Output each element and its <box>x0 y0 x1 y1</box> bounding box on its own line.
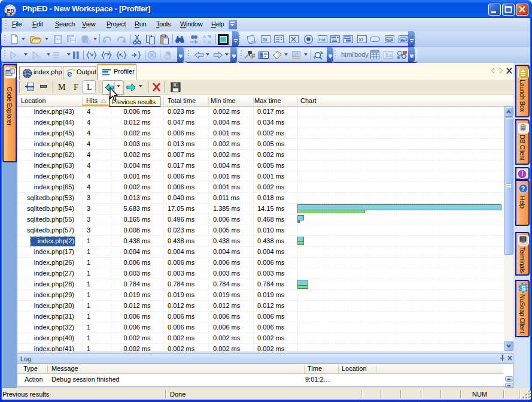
svg-text:aI: aI <box>263 37 267 43</box>
svg-text:xI: xI <box>359 37 363 43</box>
svg-text:Sub: Sub <box>387 38 393 42</box>
svg-text:Res: Res <box>401 38 408 42</box>
svg-text:B: B <box>208 40 211 44</box>
svg-text:A: A <box>203 34 206 40</box>
svg-text:?: ? <box>521 185 525 192</box>
svg-text:D: D <box>37 55 40 59</box>
svg-text:P: P <box>10 13 13 17</box>
svg-text:hid: hid <box>319 37 326 43</box>
svg-text:S: S <box>521 285 525 292</box>
